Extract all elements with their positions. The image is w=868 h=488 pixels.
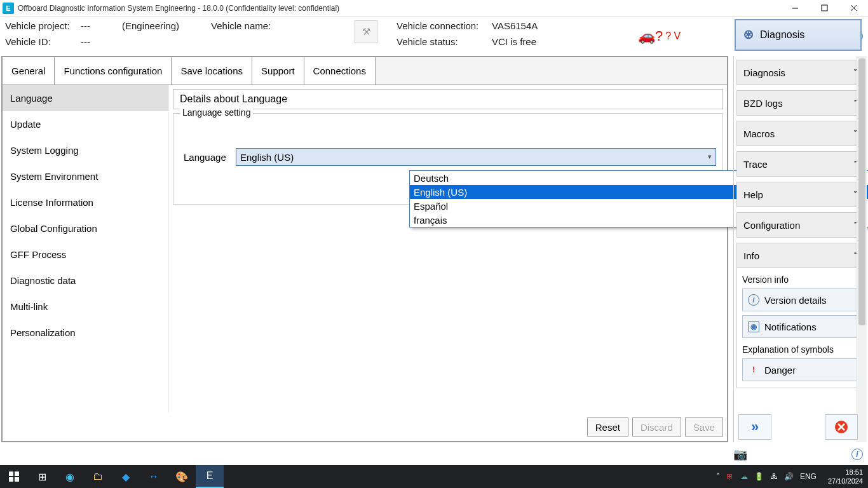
start-button[interactable] [0, 465, 28, 488]
cancel-icon [834, 419, 849, 435]
tab-functions-configuration[interactable]: Functions configuration [55, 57, 172, 85]
taskbar-edge[interactable]: ◉ [56, 465, 84, 488]
tray-battery-icon[interactable]: 🔋 [754, 472, 764, 481]
main-panel: General Functions configuration Save loc… [1, 56, 728, 442]
vehicle-connection-label: Vehicle connection: [397, 20, 492, 31]
tray-onedrive-icon[interactable]: ☁ [740, 472, 748, 481]
accordion-trace[interactable]: Trace˅˅ [736, 151, 864, 177]
tray-language[interactable]: ENG [800, 472, 817, 481]
diagnosis-bar-button[interactable]: ♼ Diagnosis [735, 19, 862, 51]
minimize-button[interactable] [780, 0, 810, 17]
sidebar-item-license-information[interactable]: License Information [3, 189, 168, 215]
taskbar-teamviewer[interactable]: ↔ [140, 465, 168, 488]
system-tray: ˄ ⛨ ☁ 🔋 🖧 🔊 ENG 18:51 27/10/2024 [716, 468, 868, 485]
footer-buttons: Reset Discard Save [587, 414, 723, 440]
tab-save-locations[interactable]: Save locations [172, 57, 252, 85]
accordion-info[interactable]: Info˄˄ [736, 243, 864, 268]
detail-pane: Details about Language Language setting … [169, 85, 727, 413]
accordion-help[interactable]: Help˅˅ [736, 182, 864, 207]
svg-rect-1 [822, 5, 827, 11]
vehicle-status-value: VCI is free [492, 36, 536, 47]
task-view-button[interactable]: ⊞ [28, 465, 56, 488]
info-icon: i [748, 294, 759, 306]
app-icon: E [3, 3, 14, 14]
accordion-configuration[interactable]: Configuration˅˅ [736, 212, 864, 238]
tab-connections[interactable]: Connections [304, 57, 376, 85]
tab-general[interactable]: General [3, 57, 55, 85]
vehicle-project-value: --- [81, 20, 90, 31]
sidebar-item-diagnostic-data[interactable]: Diagnostic data [3, 268, 168, 294]
accordion-macros[interactable]: Macros˅˅ [736, 121, 864, 146]
vehicle-name-label: Vehicle name: [211, 20, 271, 31]
taskbar-paint[interactable]: 🎨 [168, 465, 196, 488]
language-combobox[interactable]: English (US) ▾ [236, 148, 716, 166]
camera-icon[interactable]: 📷 [733, 447, 747, 461]
svg-rect-8 [15, 471, 19, 476]
info-section-body: Version info iVersion details ◉Notificat… [736, 268, 864, 388]
maximize-button[interactable] [810, 0, 839, 17]
accordion-bzd-logs[interactable]: BZD logs˅˅ [736, 90, 864, 116]
language-label: Language [184, 152, 236, 163]
notification-icon: ◉ [748, 321, 759, 332]
tray-wifi-icon[interactable]: 🖧 [770, 472, 778, 481]
settings-sidebar: Language Update System Logging System En… [3, 85, 169, 413]
detail-title: Details about Language [173, 89, 723, 109]
sidebar-item-gff-process[interactable]: GFF Process [3, 241, 168, 268]
danger-icon: ! [748, 364, 759, 376]
info-icon[interactable]: i [851, 449, 863, 460]
car-question-icon: 🚗? [638, 28, 663, 44]
window-title: Offboard Diagnostic Information System E… [18, 4, 339, 13]
save-button[interactable]: Save [685, 417, 723, 437]
sidebar-item-system-logging[interactable]: System Logging [3, 137, 168, 163]
tab-bar: General Functions configuration Save loc… [3, 57, 727, 85]
version-details-button[interactable]: iVersion details [742, 288, 858, 311]
accordion-diagnosis[interactable]: Diagnosis˅˅ [736, 60, 864, 85]
forward-button[interactable]: » [738, 414, 771, 440]
tab-support[interactable]: Support [252, 57, 304, 85]
sidebar-item-system-environment[interactable]: System Environment [3, 163, 168, 189]
sidebar-item-multi-link[interactable]: Multi-link [3, 294, 168, 320]
right-panel: Diagnosis˅˅ BZD logs˅˅ Macros˅˅ Trace˅˅ … [733, 56, 867, 442]
explanation-heading: Explanation of symbols [742, 344, 858, 355]
voltage-indicator: 🚗? ? V [638, 28, 681, 44]
sidebar-item-personalization[interactable]: Personalization [3, 320, 168, 346]
taskbar-clock[interactable]: 18:51 27/10/2024 [823, 468, 863, 485]
right-action-buttons: » [735, 414, 862, 440]
chevron-down-icon: ▾ [708, 152, 712, 161]
stethoscope-icon: ♼ [743, 28, 754, 42]
vehicle-id-label: Vehicle ID: [5, 36, 78, 47]
svg-rect-7 [9, 471, 13, 476]
language-selected-value: English (US) [240, 152, 294, 163]
vehicle-status-label: Vehicle status: [397, 36, 492, 47]
vehicle-icon[interactable]: ⚒ [355, 20, 377, 43]
sidebar-item-update[interactable]: Update [3, 111, 168, 137]
version-info-heading: Version info [742, 274, 858, 285]
engineering-label: (Engineering) [122, 20, 179, 31]
fieldset-legend: Language setting [180, 107, 253, 118]
taskbar-odis[interactable]: E [196, 465, 224, 488]
tray-chevron-up-icon[interactable]: ˄ [716, 472, 720, 481]
right-bottom-icons: 📷 i [733, 444, 867, 465]
svg-rect-10 [15, 477, 19, 482]
taskbar-explorer[interactable]: 🗀 [84, 465, 112, 488]
notifications-button[interactable]: ◉Notifications [742, 315, 858, 338]
vehicle-id-value: --- [81, 36, 90, 47]
sidebar-item-language[interactable]: Language [3, 85, 168, 111]
svg-rect-9 [9, 477, 13, 482]
vehicle-connection-value: VAS6154A [492, 20, 538, 31]
windows-icon [9, 471, 19, 482]
discard-button[interactable]: Discard [632, 417, 681, 437]
tray-volume-icon[interactable]: 🔊 [784, 472, 794, 481]
right-panel-scrollbar[interactable] [857, 56, 867, 442]
reset-button[interactable]: Reset [587, 417, 628, 437]
taskbar: ⊞ ◉ 🗀 ◆ ↔ 🎨 E ˄ ⛨ ☁ 🔋 🖧 🔊 ENG 18:51 27/1… [0, 465, 868, 488]
close-button[interactable] [839, 0, 868, 17]
cancel-button[interactable] [825, 414, 858, 440]
vehicle-project-label: Vehicle project: [5, 20, 78, 31]
danger-button[interactable]: !Danger [742, 358, 858, 381]
taskbar-app-1[interactable]: ◆ [112, 465, 140, 488]
sidebar-item-global-configuration[interactable]: Global Configuration [3, 215, 168, 241]
tray-security-icon[interactable]: ⛨ [726, 472, 734, 481]
titlebar: E Offboard Diagnostic Information System… [0, 0, 868, 17]
